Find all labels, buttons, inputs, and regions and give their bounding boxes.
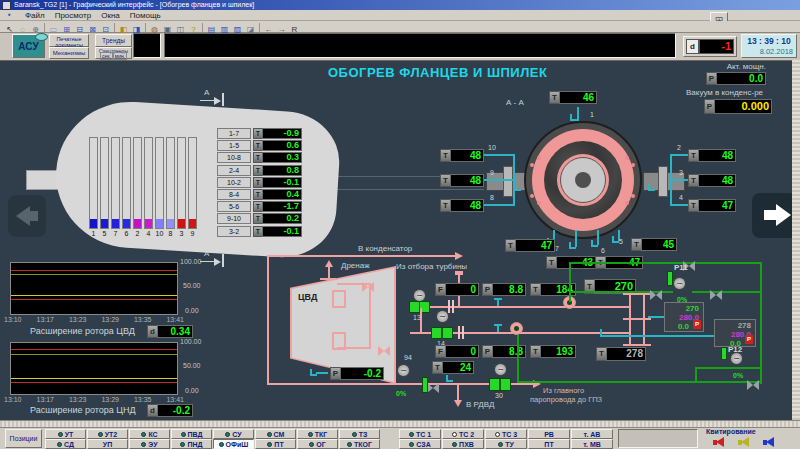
valve14-actuator[interactable]: ∼ — [436, 310, 449, 323]
nav-button-УП[interactable]: УП — [87, 439, 128, 449]
nav-button-УТ[interactable]: УТ — [45, 429, 86, 439]
metal-temp-bar-fill — [123, 219, 130, 228]
trend-x-tick: 13:17 — [36, 316, 54, 323]
p12-actuator[interactable]: ∼ — [730, 352, 743, 365]
diff-row-t-label: T — [253, 213, 262, 224]
valve14[interactable] — [431, 327, 453, 339]
from-extraction-label: Из отбора турбины — [396, 262, 467, 271]
nav-button-ПНД[interactable]: ПНД — [171, 439, 212, 449]
trend-x-tick: 13:17 — [36, 396, 54, 403]
trend-x-tick: 13:23 — [69, 396, 87, 403]
green-valve-mid1[interactable] — [650, 290, 662, 300]
nav-button-ЭУ[interactable]: ЭУ — [129, 439, 170, 449]
valve30-actuator[interactable]: ∼ — [494, 363, 507, 376]
row2-pressure-readout: P8.8 — [482, 345, 526, 358]
nav-button-ТКОГ[interactable]: ТКОГ — [339, 439, 380, 449]
p11-actuator[interactable]: ∼ — [673, 277, 686, 290]
section-marker-top-label: А — [204, 88, 209, 97]
print-docs-button[interactable]: Печатные документы — [49, 34, 89, 47]
page-title: ОБОГРЕВ ФЛАНЦЕВ И ШПИЛЕК — [328, 65, 547, 80]
shaft-line-2 — [336, 189, 484, 190]
hpc-label: ЦВД — [298, 292, 317, 302]
spec-trends-min-button[interactable]: мин. — [113, 52, 127, 60]
trend-line-lower-limit-yellow — [11, 295, 177, 296]
nav-button-ПТ[interactable]: ПТ — [528, 439, 570, 449]
diff-row: 2-4T0.8 — [217, 165, 302, 176]
junction-row2 — [510, 322, 523, 335]
valve94[interactable] — [427, 383, 439, 393]
nav-button-ТУ[interactable]: ТУ — [485, 439, 527, 449]
mechanisms-button[interactable]: Механизмы — [49, 47, 89, 59]
trend-x-tick: 13:41 — [166, 316, 184, 323]
toolbar-separator — [259, 23, 260, 32]
spec-trends-button[interactable]: Спецтренды сек.мин. — [95, 47, 132, 59]
nav-button-УТ2[interactable]: УТ2 — [87, 429, 128, 439]
row1-pressure-readout: P8.8 — [482, 283, 526, 296]
trend-plot-hpc — [10, 262, 178, 315]
hpc-loop-valve-top[interactable] — [362, 282, 374, 292]
nav-button-ОФиШ[interactable]: ОФиШ — [213, 439, 254, 449]
diff-row: 10-2T-0.1 — [217, 177, 302, 188]
hpc-pressure-readout: P-0.2 — [330, 367, 384, 380]
valve94-actuator[interactable]: ∼ — [397, 364, 410, 377]
nav-button-ОГ[interactable]: ОГ — [297, 439, 338, 449]
metal-temp-bar — [100, 137, 109, 229]
nav-button-ТС 2[interactable]: ТС 2 — [442, 429, 484, 439]
temp-readout-pt2: T48 — [688, 149, 736, 162]
nav-button-СД[interactable]: СД — [45, 439, 86, 449]
next-page-button[interactable] — [752, 193, 797, 238]
nav-button-СУ[interactable]: СУ — [213, 429, 254, 439]
nav-button-ТС 1[interactable]: ТС 1 — [399, 429, 441, 439]
nav-button-ПТ[interactable]: ПТ — [255, 439, 296, 449]
act-power-label: Акт. мощн. — [700, 62, 766, 71]
horizontal-scrollbar[interactable] — [0, 420, 800, 427]
positions-button[interactable]: Позиции — [5, 429, 42, 448]
temp-readout-pt4: T47 — [688, 199, 736, 212]
nav-button-СМ[interactable]: СМ — [255, 429, 296, 439]
section-marker-bottom-arrow — [214, 258, 221, 266]
valve30[interactable] — [489, 378, 511, 391]
teal-indicator-dot — [180, 442, 185, 447]
asu-indicator — [35, 33, 48, 41]
diff-row: 3-2T-0.1 — [217, 226, 302, 237]
nav-button-ТКГ[interactable]: ТКГ — [297, 429, 338, 439]
teal-indicator-dot — [498, 442, 503, 447]
ack-sound-icon[interactable] — [712, 437, 726, 448]
section-marker-top-bar — [222, 93, 224, 106]
trends-button[interactable]: Тренды — [95, 34, 132, 47]
ack-sound-icon[interactable] — [762, 437, 776, 448]
toolbar-separator — [114, 23, 115, 32]
metal-temp-bar — [166, 137, 175, 229]
toolbar-separator — [44, 23, 45, 32]
controller-2-p-badge: P — [745, 335, 753, 344]
metal-temp-bar — [122, 137, 131, 229]
nav-button-т. АВ[interactable]: т. АВ — [571, 429, 613, 439]
nav-button-ТС 3[interactable]: ТС 3 — [485, 429, 527, 439]
metal-temp-bar — [89, 137, 98, 229]
diff-temp-table: 1-7T-0.91-5T0.610-8T0.32-4T0.810-2T-0.18… — [217, 128, 302, 238]
nav-row2-right2: СЗАПХВТУПТт. МВ — [399, 439, 613, 449]
prev-page-button[interactable] — [8, 195, 46, 237]
metal-temp-bar-number: 3 — [177, 230, 186, 237]
section-marker-top-arrow — [214, 97, 221, 105]
green-valve-mid2[interactable] — [710, 290, 722, 300]
nav-button-ПВД[interactable]: ПВД — [171, 429, 212, 439]
diff-row: 8-4T0.4 — [217, 189, 302, 200]
controller-1: 270 280.0 0.0 P — [664, 302, 704, 332]
green-valve-bottom1[interactable] — [747, 380, 759, 390]
nav-button-СЗА[interactable]: СЗА — [399, 439, 441, 449]
ack-sound-icon[interactable] — [737, 437, 751, 448]
cylinder-hub — [575, 172, 591, 188]
nav-button-РВ[interactable]: РВ — [528, 429, 570, 439]
nav-button-КС[interactable]: КС — [129, 429, 170, 439]
teal-indicator-dot — [347, 442, 352, 447]
nav-button-ПХВ[interactable]: ПХВ — [442, 439, 484, 449]
nav-button-т. МВ[interactable]: т. МВ — [571, 439, 613, 449]
vertical-scrollbar[interactable] — [792, 60, 800, 420]
diff-row-pair: 10-2 — [217, 177, 251, 188]
row2-flow-readout: F0 — [435, 345, 479, 358]
spec-trends-sec-button[interactable]: сек. — [100, 52, 113, 60]
teal-indicator-dot — [409, 432, 414, 437]
nav-button-ТЗ[interactable]: ТЗ — [339, 429, 380, 439]
hpc-loop-valve-bottom[interactable] — [378, 346, 390, 356]
